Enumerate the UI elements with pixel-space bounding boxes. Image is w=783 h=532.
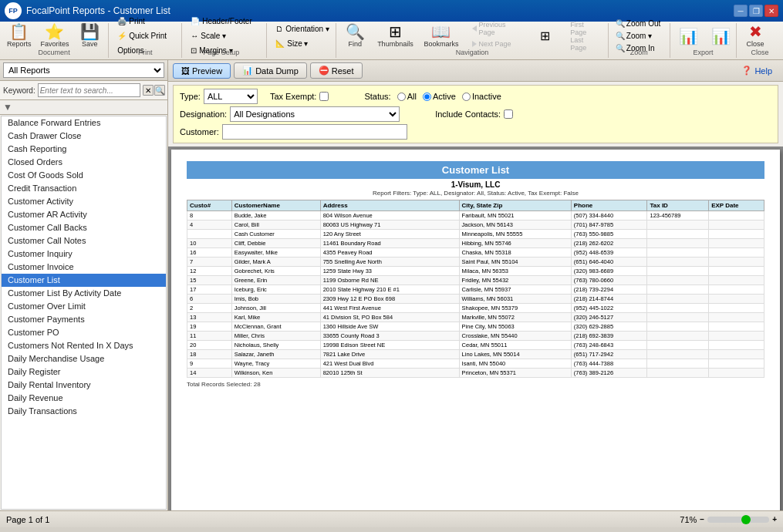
report-table-cell xyxy=(647,322,709,332)
export-secondary-button[interactable]: 📊 xyxy=(706,22,737,51)
minimize-button[interactable]: ─ xyxy=(734,5,748,17)
report-list-item[interactable]: Daily Merchandise Usage xyxy=(2,352,166,365)
close-label: Close xyxy=(747,40,764,48)
print-group-label: Print xyxy=(109,49,181,56)
report-list-item[interactable]: Daily Rental Inventory xyxy=(2,379,166,392)
reset-button[interactable]: ⛔ Reset xyxy=(310,62,363,79)
report-list-item[interactable]: Cash Reporting xyxy=(2,143,166,156)
report-list-item[interactable]: Balance Forward Entries xyxy=(2,116,166,130)
report-list-item[interactable]: Daily Revenue xyxy=(2,392,166,405)
search-go-button[interactable]: 🔍 xyxy=(154,85,165,96)
report-list-item[interactable]: Customer PO xyxy=(2,326,166,339)
status-all-radio[interactable] xyxy=(397,93,406,101)
report-list-item[interactable]: Customer AR Activity xyxy=(2,208,166,221)
first-page-button[interactable]: First Page xyxy=(563,22,605,35)
report-table-cell: Wayne, Tracy xyxy=(231,359,320,369)
status-active-option[interactable]: Active xyxy=(423,92,456,101)
report-list: Balance Forward EntriesCash Drawer Close… xyxy=(1,116,167,510)
report-list-item[interactable]: Customer List By Activity Date xyxy=(2,287,166,300)
size-icon: 📐 xyxy=(275,39,285,48)
report-table-cell: (218) 739-2294 xyxy=(571,285,647,295)
close-toolbar-button[interactable]: ✖ Close xyxy=(740,22,771,51)
report-list-item[interactable]: Closed Orders xyxy=(2,156,166,169)
status-active-radio[interactable] xyxy=(423,93,431,101)
restore-button[interactable]: ❐ xyxy=(749,5,763,17)
print-button[interactable]: 🖨️ Print xyxy=(112,15,150,28)
search-icons: ✕ 🔍 xyxy=(143,85,165,96)
report-table-cell: Miller, Chris xyxy=(231,332,320,341)
thumbnails-button[interactable]: ⊞ Thumbnails xyxy=(373,22,417,51)
header-footer-button[interactable]: 📄 Header/Footer xyxy=(185,15,257,28)
size-button[interactable]: 📐 Size ▾ xyxy=(270,37,313,50)
many-pages-button[interactable]: ⊞ xyxy=(529,22,560,51)
report-table-cell: 7821 Lake Drive xyxy=(320,350,459,359)
quick-print-button[interactable]: ⚡ Quick Print xyxy=(112,29,172,42)
report-table-cell xyxy=(709,230,764,239)
report-table-cell xyxy=(709,239,764,248)
type-select[interactable]: ALL xyxy=(204,89,258,104)
report-list-item[interactable]: Credit Transaction xyxy=(2,182,166,195)
preview-tab[interactable]: 🖼 Preview xyxy=(173,63,231,79)
report-list-item[interactable]: Daily Register xyxy=(2,365,166,379)
report-table-cell: 80063 US Highway 71 xyxy=(320,221,459,230)
orientation-button[interactable]: 🗋 Orientation ▾ xyxy=(270,22,335,35)
previous-page-button[interactable]: Previous Page xyxy=(465,22,525,35)
reports-button[interactable]: 📋 Reports xyxy=(3,22,35,51)
zoom-minus-icon[interactable]: − xyxy=(700,515,704,524)
all-reports-select[interactable]: All Reports xyxy=(3,62,164,78)
report-list-item[interactable]: Cash Drawer Close xyxy=(2,130,166,143)
report-list-item[interactable]: Cost Of Goods Sold xyxy=(2,169,166,182)
save-button[interactable]: 💾 Save xyxy=(74,22,105,51)
report-list-item[interactable]: Customer Call Backs xyxy=(2,221,166,234)
data-dump-tab[interactable]: 📊 Data Dump xyxy=(234,62,307,79)
report-table-row: 10Cliff, Debbie11461 Boundary RoadHibbin… xyxy=(187,239,764,248)
report-table-cell: 12 xyxy=(187,267,232,276)
status-inactive-option[interactable]: Inactive xyxy=(462,92,501,101)
report-list-item[interactable]: Customer Invoice xyxy=(2,261,166,274)
export-group-label: Export xyxy=(670,49,736,56)
report-table-cell: 19998 Edison Street NE xyxy=(320,341,459,350)
report-table-cell: 2 xyxy=(187,304,232,313)
favorites-button[interactable]: ⭐ Favorites xyxy=(37,22,73,51)
help-button[interactable]: ❓ Help xyxy=(735,63,778,78)
find-button[interactable]: 🔍 Find xyxy=(339,22,370,51)
zoom-out-button[interactable]: 🔍 Zoom Out xyxy=(612,18,664,29)
report-table-cell: 4355 Peavey Road xyxy=(320,248,459,258)
report-list-item[interactable]: Customers Not Rented In X Days xyxy=(2,339,166,352)
export-button[interactable]: 📊 xyxy=(673,22,704,51)
type-label: Type: xyxy=(180,92,201,101)
bookmarks-button[interactable]: 📖 Bookmarks xyxy=(420,22,463,51)
zoom-plus-icon[interactable]: + xyxy=(772,515,777,524)
zoom-thumb[interactable] xyxy=(741,515,751,524)
search-clear-button[interactable]: ✕ xyxy=(143,85,154,96)
window-controls: ─ ❐ ✕ xyxy=(734,5,778,17)
report-list-item[interactable]: Customer Inquiry xyxy=(2,247,166,261)
designation-select[interactable]: All Designations xyxy=(230,106,400,122)
status-inactive-radio[interactable] xyxy=(462,93,471,101)
scale-button[interactable]: ↔ Scale ▾ xyxy=(185,29,231,42)
report-table-cell xyxy=(647,295,709,304)
zoom-slider[interactable] xyxy=(707,517,769,523)
report-table-cell: 11 xyxy=(187,332,232,341)
report-table-row: 6Imis, Bob2309 Hwy 12 E PO Box 698Willia… xyxy=(187,295,764,304)
reports-label: Reports xyxy=(7,40,32,48)
zoom-dropdown-button[interactable]: 🔍 Zoom ▾ xyxy=(612,30,656,42)
include-contacts-checkbox[interactable] xyxy=(504,109,513,119)
report-list-item[interactable]: Customer List xyxy=(2,274,166,287)
bookmarks-label: Bookmarks xyxy=(424,40,458,48)
report-table-cell xyxy=(709,211,764,221)
window-close-button[interactable]: ✕ xyxy=(764,5,778,17)
report-list-item[interactable]: Customer Activity xyxy=(2,195,166,208)
report-list-item[interactable]: Customer Payments xyxy=(2,313,166,326)
report-list-item[interactable]: Daily Transactions xyxy=(2,405,166,418)
print-icon: 🖨️ xyxy=(117,17,127,25)
report-list-item[interactable]: Customer Over Limit xyxy=(2,300,166,313)
customer-filter-input[interactable] xyxy=(222,124,407,140)
tax-exempt-checkbox[interactable] xyxy=(319,92,329,101)
search-input[interactable] xyxy=(38,83,140,97)
status-all-option[interactable]: All xyxy=(397,92,417,101)
report-table-cell xyxy=(647,369,709,378)
report-table-cell xyxy=(647,359,709,369)
report-list-item[interactable]: Customer Call Notes xyxy=(2,234,166,247)
preview-scroll-area[interactable]: Customer List 1-Visum, LLC Report Filter… xyxy=(168,146,783,510)
